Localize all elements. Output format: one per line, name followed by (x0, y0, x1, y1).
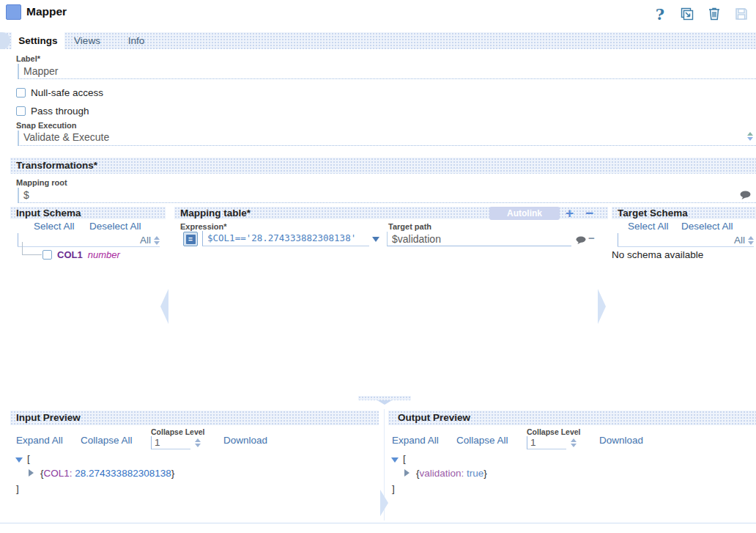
snap-icon (6, 4, 21, 20)
input-schema-select-all[interactable]: Select All (34, 221, 75, 232)
schema-node-col1: COL1 number (42, 249, 120, 260)
json-value: true (467, 468, 483, 479)
target-schema-filter-row: All (618, 233, 754, 247)
target-schema-empty-text: No schema available (612, 249, 703, 260)
input-preview-collapse-all[interactable]: Collapse All (81, 435, 133, 446)
label-field-caption: Label* (16, 54, 40, 63)
input-schema-title: Input Schema (10, 207, 166, 219)
target-path-comment-icon[interactable] (576, 235, 586, 248)
autolink-button[interactable]: Autolink (489, 207, 560, 220)
tab-views[interactable]: Views (69, 32, 105, 49)
schema-node-name: COL1 (57, 249, 83, 260)
help-icon[interactable]: ? (651, 5, 669, 23)
null-safe-label: Null-safe access (31, 87, 103, 98)
spinner-up-icon (571, 438, 577, 442)
remove-row-button[interactable]: − (585, 207, 593, 220)
tree-connector-line (22, 242, 42, 255)
export-icon[interactable] (678, 5, 696, 23)
expression-dropdown-icon[interactable] (372, 237, 379, 242)
input-preview-array-close: ] (16, 483, 19, 494)
spinner-down-icon (154, 241, 160, 245)
output-preview-expand-all[interactable]: Expand All (392, 435, 439, 446)
snap-execution-select[interactable]: Validate & Execute (18, 131, 756, 146)
equals-icon: = (186, 235, 196, 244)
json-key: COL1: (44, 468, 73, 479)
input-schema-filter-spinner[interactable] (154, 236, 160, 246)
output-preview-row-collapsed-icon[interactable] (404, 469, 410, 477)
page-title: Mapper (26, 5, 67, 18)
save-icon[interactable] (733, 5, 750, 23)
pass-through-row: Pass through (16, 106, 89, 117)
label-field-input[interactable] (18, 64, 756, 79)
target-schema-deselect-all[interactable]: Deselect All (681, 221, 733, 232)
spinner-down-icon (748, 241, 754, 245)
target-schema-collapse-handle[interactable] (598, 289, 606, 324)
bottom-border (0, 523, 756, 523)
schema-node-type: number (88, 249, 120, 260)
spinner-up-icon (747, 132, 753, 136)
tab-info[interactable]: Info (123, 32, 149, 49)
input-schema-collapse-handle[interactable] (160, 289, 168, 324)
target-path-caption: Target path (388, 222, 431, 231)
input-preview-collapse-level-caption: Collapse Level (151, 427, 205, 436)
input-preview-collapse-level-spinner[interactable] (195, 438, 201, 447)
input-preview-array-open: [ (27, 453, 30, 464)
spinner-up-icon (154, 236, 160, 240)
preview-divider-arrow-icon[interactable] (377, 400, 392, 405)
input-preview-expand-all[interactable]: Expand All (16, 435, 63, 446)
pass-through-checkbox[interactable] (16, 106, 26, 116)
output-preview-row: {validation: true} (416, 468, 487, 479)
output-preview-array-open: [ (403, 453, 406, 464)
target-schema-select-all[interactable]: Select All (628, 221, 669, 232)
target-path-input[interactable] (387, 232, 571, 246)
json-key: validation: (420, 468, 464, 479)
input-schema-filter-select[interactable]: All (134, 235, 154, 246)
mapping-root-comment-icon[interactable] (740, 190, 751, 203)
transformations-header: Transformations* (10, 158, 756, 174)
pass-through-label: Pass through (31, 106, 89, 117)
null-safe-row: Null-safe access (16, 87, 103, 98)
output-preview-collapse-level-input[interactable] (527, 436, 566, 449)
add-row-button[interactable]: + (566, 207, 574, 220)
output-preview-download[interactable]: Download (599, 435, 643, 446)
schema-node-checkbox[interactable] (42, 250, 52, 260)
spinner-down-icon (195, 444, 201, 447)
input-preview-collapse-level-input[interactable] (151, 436, 190, 449)
expression-caption: Expression* (180, 222, 227, 231)
input-schema-deselect-all[interactable]: Deselect All (89, 221, 141, 232)
mapping-root-input[interactable] (18, 188, 756, 203)
delete-icon[interactable] (705, 5, 723, 23)
snap-execution-caption: Snap Execution (16, 121, 77, 130)
target-schema-filter-spinner[interactable] (748, 236, 754, 246)
output-preview-collapse-level-caption: Collapse Level (527, 427, 581, 436)
header-toolbar: ? (651, 5, 750, 23)
json-value: 28.274333882308138 (75, 468, 171, 479)
spinner-up-icon (748, 236, 754, 240)
output-preview-collapse-all[interactable]: Collapse All (456, 435, 508, 446)
input-preview-row-collapsed-icon[interactable] (29, 469, 34, 477)
input-preview-row: {COL1: 28.274333882308138} (40, 468, 174, 479)
tab-settings[interactable]: Settings (12, 32, 64, 49)
input-preview-array-expand-icon[interactable] (15, 457, 23, 463)
expression-input[interactable]: $COL1=='28.274333882308138' (202, 231, 369, 246)
target-schema-search-input[interactable] (618, 233, 728, 246)
output-preview-collapse-level-spinner[interactable] (571, 438, 577, 447)
target-schema-filter-select[interactable]: All (728, 235, 748, 246)
output-preview-title: Output Preview (388, 411, 756, 425)
target-schema-title: Target Schema (612, 207, 756, 219)
input-preview-download[interactable]: Download (223, 435, 267, 446)
expression-toggle-button[interactable]: = (183, 232, 198, 246)
output-preview-array-expand-icon[interactable] (391, 457, 399, 463)
tab-bar (0, 32, 756, 49)
input-preview-title: Input Preview (10, 411, 379, 425)
spinner-up-icon (195, 438, 201, 442)
mapping-root-caption: Mapping root (16, 178, 67, 187)
target-path-remove-button[interactable]: − (588, 232, 595, 244)
null-safe-checkbox[interactable] (16, 88, 26, 98)
output-preview-array-close: ] (392, 483, 395, 494)
snap-execution-spinner[interactable] (747, 132, 753, 141)
spinner-down-icon (747, 137, 753, 141)
spinner-down-icon (571, 444, 577, 447)
